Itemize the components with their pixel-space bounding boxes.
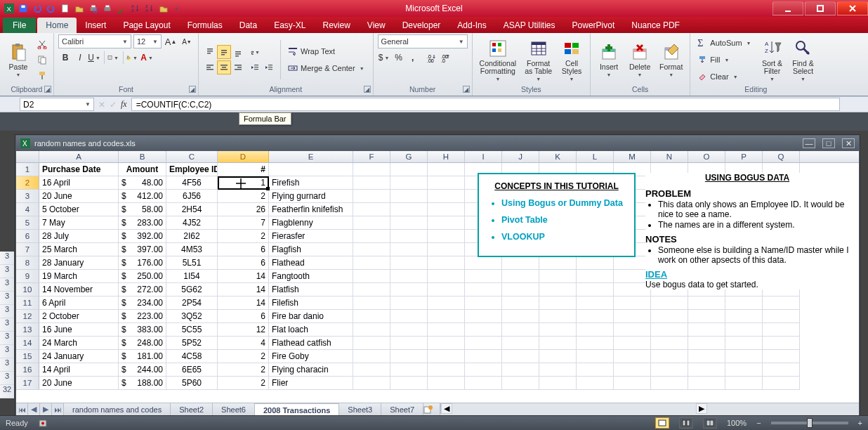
- cell[interactable]: 2: [218, 350, 269, 363]
- cell[interactable]: 181.00: [119, 350, 166, 363]
- decrease-decimal-button[interactable]: .00.0: [438, 51, 452, 65]
- cell[interactable]: 2H54: [166, 203, 218, 216]
- format-as-table-button[interactable]: Format as Table▼: [522, 35, 555, 84]
- cell[interactable]: 5P52: [166, 337, 218, 350]
- cell[interactable]: [688, 350, 725, 363]
- cell[interactable]: 25 March: [39, 243, 119, 256]
- cell[interactable]: 5P60: [166, 377, 218, 390]
- open-icon[interactable]: [74, 4, 84, 13]
- cell[interactable]: 26: [218, 203, 269, 216]
- number-launcher-icon[interactable]: ◢: [463, 86, 470, 93]
- cell[interactable]: [353, 337, 390, 350]
- cell[interactable]: 3Q52: [166, 310, 218, 323]
- cell[interactable]: [577, 256, 614, 270]
- cell[interactable]: Purchase Date: [39, 163, 119, 176]
- cell[interactable]: 244.00: [119, 363, 166, 377]
- cell[interactable]: 250.00: [119, 270, 166, 283]
- borders-button[interactable]: ▼: [107, 51, 121, 65]
- column-header[interactable]: M: [614, 151, 651, 162]
- cell[interactable]: [502, 363, 539, 377]
- cell[interactable]: 6: [218, 243, 269, 256]
- cell[interactable]: [725, 310, 763, 323]
- cell[interactable]: [428, 163, 465, 176]
- row-header[interactable]: 14: [16, 337, 39, 350]
- cell[interactable]: [502, 323, 539, 337]
- bold-button[interactable]: B: [58, 51, 72, 65]
- row-header[interactable]: 5: [16, 216, 39, 230]
- cell[interactable]: [614, 297, 651, 310]
- cell[interactable]: [390, 176, 428, 190]
- align-top-button[interactable]: [203, 45, 217, 59]
- cell[interactable]: 20 June: [39, 190, 119, 203]
- font-launcher-icon[interactable]: ◢: [189, 86, 196, 93]
- new-icon[interactable]: [60, 4, 70, 13]
- cell[interactable]: [465, 283, 502, 297]
- cell[interactable]: [725, 297, 763, 310]
- cell[interactable]: 5G62: [166, 283, 218, 297]
- underline-button[interactable]: U▼: [88, 51, 102, 65]
- cell[interactable]: Flier: [269, 377, 353, 390]
- cell[interactable]: [428, 350, 465, 363]
- cell[interactable]: [390, 230, 428, 243]
- delete-cells-button[interactable]: Delete▼: [626, 35, 654, 84]
- column-header[interactable]: C: [166, 151, 218, 162]
- prev-sheet-button[interactable]: ◀: [28, 403, 40, 415]
- cell[interactable]: 5C55: [166, 323, 218, 337]
- cell[interactable]: [763, 323, 800, 337]
- cell[interactable]: [725, 337, 763, 350]
- cell[interactable]: Firefish: [269, 176, 353, 190]
- zoom-level[interactable]: 100%: [727, 419, 747, 427]
- column-header[interactable]: Q: [763, 151, 800, 162]
- cell[interactable]: [763, 310, 800, 323]
- minimize-button[interactable]: [772, 1, 803, 15]
- cell[interactable]: 16 June: [39, 323, 119, 337]
- table-row[interactable]: 1614 April244.006E652Flying characin: [16, 363, 859, 377]
- cell[interactable]: [763, 337, 800, 350]
- cell[interactable]: 6 April: [39, 297, 119, 310]
- grow-font-button[interactable]: A▲: [164, 34, 178, 48]
- cell[interactable]: [614, 323, 651, 337]
- doc-maximize-button[interactable]: □: [822, 138, 835, 148]
- next-sheet-button[interactable]: ▶: [40, 403, 52, 415]
- fill-button[interactable]: Fill▼: [695, 52, 755, 67]
- cell[interactable]: 4J52: [166, 216, 218, 230]
- cell[interactable]: [390, 243, 428, 256]
- cell[interactable]: [428, 363, 465, 377]
- cell[interactable]: 14: [218, 283, 269, 297]
- clipboard-launcher-icon[interactable]: ◢: [44, 86, 51, 93]
- cell[interactable]: [539, 337, 577, 350]
- row-header[interactable]: 12: [16, 310, 39, 323]
- cell[interactable]: 14 April: [39, 363, 119, 377]
- cell[interactable]: Featherfin knifefish: [269, 203, 353, 216]
- quick-print-icon[interactable]: [103, 4, 112, 13]
- cell[interactable]: 392.00: [119, 230, 166, 243]
- cell[interactable]: Flat loach: [269, 323, 353, 337]
- cell[interactable]: [390, 377, 428, 390]
- cell[interactable]: 28 January: [39, 256, 119, 270]
- increase-decimal-button[interactable]: .0.00: [424, 51, 438, 65]
- cell[interactable]: [428, 270, 465, 283]
- cell[interactable]: [502, 337, 539, 350]
- cut-button[interactable]: [35, 37, 49, 51]
- cell[interactable]: [577, 297, 614, 310]
- cell[interactable]: 2 October: [39, 310, 119, 323]
- cell[interactable]: [688, 310, 725, 323]
- cell[interactable]: Flatfish: [269, 283, 353, 297]
- normal-view-button[interactable]: [655, 417, 669, 429]
- cell[interactable]: [390, 190, 428, 203]
- merge-center-button[interactable]: Merge & Center▼: [285, 60, 369, 76]
- table-row[interactable]: 116 April234.002P5414Filefish: [16, 297, 859, 310]
- cell[interactable]: [502, 310, 539, 323]
- cell[interactable]: [353, 163, 390, 176]
- cell[interactable]: [465, 270, 502, 283]
- cell[interactable]: [428, 283, 465, 297]
- doc-minimize-button[interactable]: —: [803, 138, 815, 148]
- row-header[interactable]: 15: [16, 350, 39, 363]
- table-row[interactable]: 1316 June383.005C5512Flat loach: [16, 323, 859, 337]
- maximize-button[interactable]: [805, 1, 836, 15]
- cell[interactable]: [763, 377, 800, 390]
- increase-indent-button[interactable]: [262, 60, 276, 74]
- format-cells-button[interactable]: Format▼: [657, 35, 685, 84]
- cell[interactable]: [725, 323, 763, 337]
- cell[interactable]: [502, 377, 539, 390]
